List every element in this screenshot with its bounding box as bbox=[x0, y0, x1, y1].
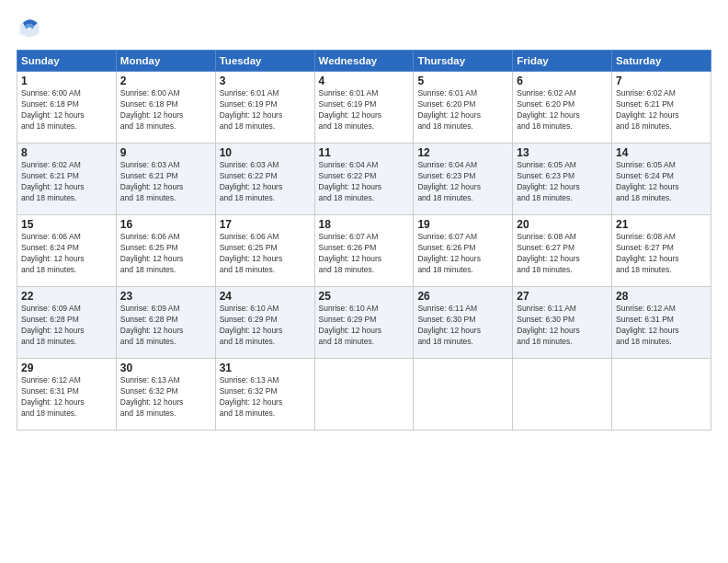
day-info: Sunrise: 6:04 AMSunset: 6:22 PMDaylight:… bbox=[319, 160, 410, 204]
logo bbox=[17, 15, 46, 40]
calendar-cell: 11Sunrise: 6:04 AMSunset: 6:22 PMDayligh… bbox=[314, 144, 414, 215]
day-number: 26 bbox=[417, 290, 508, 303]
weekday-header: Sunday bbox=[17, 51, 117, 72]
day-info: Sunrise: 6:05 AMSunset: 6:23 PMDaylight:… bbox=[517, 160, 608, 204]
calendar-cell: 2Sunrise: 6:00 AMSunset: 6:18 PMDaylight… bbox=[116, 72, 215, 144]
day-info: Sunrise: 6:03 AMSunset: 6:21 PMDaylight:… bbox=[120, 160, 211, 204]
calendar-cell bbox=[612, 359, 711, 431]
day-number: 16 bbox=[120, 218, 211, 231]
calendar-cell: 17Sunrise: 6:06 AMSunset: 6:25 PMDayligh… bbox=[215, 215, 314, 287]
calendar-cell bbox=[314, 359, 414, 431]
day-info: Sunrise: 6:03 AMSunset: 6:22 PMDaylight:… bbox=[220, 160, 311, 204]
calendar-cell: 5Sunrise: 6:01 AMSunset: 6:20 PMDaylight… bbox=[414, 72, 513, 144]
day-number: 8 bbox=[21, 146, 112, 159]
weekday-header: Monday bbox=[116, 51, 215, 72]
calendar-cell: 7Sunrise: 6:02 AMSunset: 6:21 PMDaylight… bbox=[612, 72, 711, 144]
calendar-cell: 27Sunrise: 6:11 AMSunset: 6:30 PMDayligh… bbox=[513, 287, 612, 359]
day-info: Sunrise: 6:09 AMSunset: 6:28 PMDaylight:… bbox=[120, 304, 211, 348]
day-number: 22 bbox=[21, 290, 112, 303]
day-number: 1 bbox=[21, 75, 112, 87]
calendar-cell: 20Sunrise: 6:08 AMSunset: 6:27 PMDayligh… bbox=[513, 215, 612, 287]
day-info: Sunrise: 6:00 AMSunset: 6:18 PMDaylight:… bbox=[21, 88, 112, 132]
day-number: 31 bbox=[220, 362, 311, 374]
day-number: 14 bbox=[616, 146, 707, 159]
day-number: 20 bbox=[517, 218, 608, 231]
day-number: 15 bbox=[21, 218, 112, 231]
calendar-cell: 26Sunrise: 6:11 AMSunset: 6:30 PMDayligh… bbox=[414, 287, 513, 359]
header bbox=[17, 15, 711, 40]
calendar: SundayMondayTuesdayWednesdayThursdayFrid… bbox=[17, 50, 711, 431]
day-info: Sunrise: 6:00 AMSunset: 6:18 PMDaylight:… bbox=[120, 88, 211, 132]
day-info: Sunrise: 6:08 AMSunset: 6:27 PMDaylight:… bbox=[616, 232, 707, 276]
day-info: Sunrise: 6:07 AMSunset: 6:26 PMDaylight:… bbox=[417, 232, 508, 276]
day-number: 13 bbox=[517, 146, 608, 159]
day-number: 3 bbox=[220, 75, 311, 87]
calendar-cell: 13Sunrise: 6:05 AMSunset: 6:23 PMDayligh… bbox=[513, 144, 612, 215]
calendar-cell: 22Sunrise: 6:09 AMSunset: 6:28 PMDayligh… bbox=[17, 287, 117, 359]
calendar-cell: 10Sunrise: 6:03 AMSunset: 6:22 PMDayligh… bbox=[215, 144, 314, 215]
calendar-cell bbox=[414, 359, 513, 431]
day-info: Sunrise: 6:06 AMSunset: 6:24 PMDaylight:… bbox=[21, 232, 112, 276]
day-info: Sunrise: 6:04 AMSunset: 6:23 PMDaylight:… bbox=[417, 160, 508, 204]
logo-icon bbox=[17, 15, 42, 40]
calendar-week-row: 29Sunrise: 6:12 AMSunset: 6:31 PMDayligh… bbox=[17, 359, 711, 431]
weekday-header: Friday bbox=[513, 51, 612, 72]
calendar-cell: 25Sunrise: 6:10 AMSunset: 6:29 PMDayligh… bbox=[314, 287, 414, 359]
day-number: 18 bbox=[319, 218, 410, 231]
calendar-cell: 12Sunrise: 6:04 AMSunset: 6:23 PMDayligh… bbox=[414, 144, 513, 215]
day-info: Sunrise: 6:13 AMSunset: 6:32 PMDaylight:… bbox=[120, 375, 211, 419]
day-info: Sunrise: 6:06 AMSunset: 6:25 PMDaylight:… bbox=[220, 232, 311, 276]
weekday-header: Wednesday bbox=[314, 51, 414, 72]
page: SundayMondayTuesdayWednesdayThursdayFrid… bbox=[0, 0, 728, 563]
day-info: Sunrise: 6:01 AMSunset: 6:19 PMDaylight:… bbox=[220, 88, 311, 132]
day-number: 10 bbox=[220, 146, 311, 159]
day-info: Sunrise: 6:02 AMSunset: 6:21 PMDaylight:… bbox=[21, 160, 112, 204]
day-number: 27 bbox=[517, 290, 608, 303]
day-info: Sunrise: 6:09 AMSunset: 6:28 PMDaylight:… bbox=[21, 304, 112, 348]
calendar-cell: 19Sunrise: 6:07 AMSunset: 6:26 PMDayligh… bbox=[414, 215, 513, 287]
day-number: 2 bbox=[120, 75, 211, 87]
calendar-cell: 4Sunrise: 6:01 AMSunset: 6:19 PMDaylight… bbox=[314, 72, 414, 144]
calendar-week-row: 1Sunrise: 6:00 AMSunset: 6:18 PMDaylight… bbox=[17, 72, 711, 144]
calendar-cell: 3Sunrise: 6:01 AMSunset: 6:19 PMDaylight… bbox=[215, 72, 314, 144]
calendar-cell: 1Sunrise: 6:00 AMSunset: 6:18 PMDaylight… bbox=[17, 72, 117, 144]
calendar-cell: 18Sunrise: 6:07 AMSunset: 6:26 PMDayligh… bbox=[314, 215, 414, 287]
calendar-cell: 31Sunrise: 6:13 AMSunset: 6:32 PMDayligh… bbox=[215, 359, 314, 431]
day-number: 21 bbox=[616, 218, 707, 231]
calendar-cell bbox=[513, 359, 612, 431]
calendar-cell: 30Sunrise: 6:13 AMSunset: 6:32 PMDayligh… bbox=[116, 359, 215, 431]
day-number: 19 bbox=[417, 218, 508, 231]
calendar-cell: 28Sunrise: 6:12 AMSunset: 6:31 PMDayligh… bbox=[612, 287, 711, 359]
day-info: Sunrise: 6:01 AMSunset: 6:19 PMDaylight:… bbox=[319, 88, 410, 132]
day-number: 30 bbox=[120, 362, 211, 374]
day-info: Sunrise: 6:10 AMSunset: 6:29 PMDaylight:… bbox=[319, 304, 410, 348]
day-info: Sunrise: 6:06 AMSunset: 6:25 PMDaylight:… bbox=[120, 232, 211, 276]
day-number: 24 bbox=[220, 290, 311, 303]
day-info: Sunrise: 6:12 AMSunset: 6:31 PMDaylight:… bbox=[21, 375, 112, 419]
calendar-cell: 14Sunrise: 6:05 AMSunset: 6:24 PMDayligh… bbox=[612, 144, 711, 215]
calendar-week-row: 15Sunrise: 6:06 AMSunset: 6:24 PMDayligh… bbox=[17, 215, 711, 287]
day-number: 4 bbox=[319, 75, 410, 87]
day-info: Sunrise: 6:12 AMSunset: 6:31 PMDaylight:… bbox=[616, 304, 707, 348]
day-number: 7 bbox=[616, 75, 707, 87]
day-number: 28 bbox=[616, 290, 707, 303]
calendar-cell: 29Sunrise: 6:12 AMSunset: 6:31 PMDayligh… bbox=[17, 359, 117, 431]
calendar-cell: 6Sunrise: 6:02 AMSunset: 6:20 PMDaylight… bbox=[513, 72, 612, 144]
day-number: 11 bbox=[319, 146, 410, 159]
calendar-cell: 24Sunrise: 6:10 AMSunset: 6:29 PMDayligh… bbox=[215, 287, 314, 359]
calendar-week-row: 22Sunrise: 6:09 AMSunset: 6:28 PMDayligh… bbox=[17, 287, 711, 359]
day-number: 23 bbox=[120, 290, 211, 303]
day-info: Sunrise: 6:08 AMSunset: 6:27 PMDaylight:… bbox=[517, 232, 608, 276]
weekday-header: Saturday bbox=[612, 51, 711, 72]
day-info: Sunrise: 6:05 AMSunset: 6:24 PMDaylight:… bbox=[616, 160, 707, 204]
day-number: 6 bbox=[517, 75, 608, 87]
day-number: 9 bbox=[120, 146, 211, 159]
weekday-header: Tuesday bbox=[215, 51, 314, 72]
day-number: 5 bbox=[417, 75, 508, 87]
calendar-cell: 8Sunrise: 6:02 AMSunset: 6:21 PMDaylight… bbox=[17, 144, 117, 215]
day-info: Sunrise: 6:07 AMSunset: 6:26 PMDaylight:… bbox=[319, 232, 410, 276]
weekday-header-row: SundayMondayTuesdayWednesdayThursdayFrid… bbox=[17, 51, 711, 72]
day-number: 25 bbox=[319, 290, 410, 303]
day-info: Sunrise: 6:11 AMSunset: 6:30 PMDaylight:… bbox=[417, 304, 508, 348]
calendar-cell: 9Sunrise: 6:03 AMSunset: 6:21 PMDaylight… bbox=[116, 144, 215, 215]
